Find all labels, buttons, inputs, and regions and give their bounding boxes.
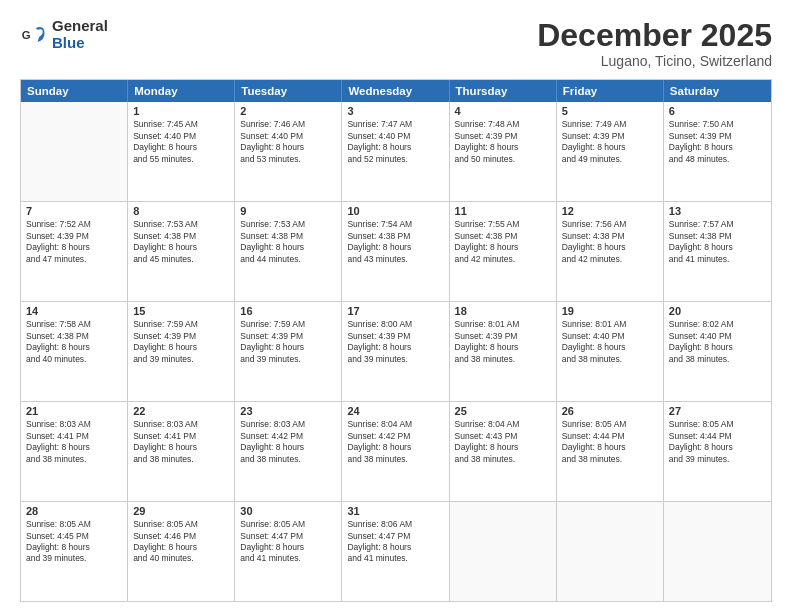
day-number: 22: [133, 405, 229, 417]
day-number: 29: [133, 505, 229, 517]
svg-text:G: G: [22, 28, 31, 40]
header-cell-friday: Friday: [557, 80, 664, 102]
day-number: 31: [347, 505, 443, 517]
day-number: 18: [455, 305, 551, 317]
day-number: 6: [669, 105, 766, 117]
logo: G General Blue: [20, 18, 108, 51]
cell-daylight-text: Sunrise: 8:01 AM Sunset: 4:40 PM Dayligh…: [562, 319, 658, 365]
cell-daylight-text: Sunrise: 8:05 AM Sunset: 4:44 PM Dayligh…: [562, 419, 658, 465]
calendar-cell: 16Sunrise: 7:59 AM Sunset: 4:39 PM Dayli…: [235, 302, 342, 401]
cell-daylight-text: Sunrise: 8:03 AM Sunset: 4:42 PM Dayligh…: [240, 419, 336, 465]
day-number: 25: [455, 405, 551, 417]
day-number: 1: [133, 105, 229, 117]
day-number: 21: [26, 405, 122, 417]
calendar-row: 1Sunrise: 7:45 AM Sunset: 4:40 PM Daylig…: [21, 102, 771, 202]
header-cell-monday: Monday: [128, 80, 235, 102]
day-number: 13: [669, 205, 766, 217]
cell-daylight-text: Sunrise: 7:48 AM Sunset: 4:39 PM Dayligh…: [455, 119, 551, 165]
calendar-row: 28Sunrise: 8:05 AM Sunset: 4:45 PM Dayli…: [21, 502, 771, 601]
day-number: 16: [240, 305, 336, 317]
calendar-cell: 11Sunrise: 7:55 AM Sunset: 4:38 PM Dayli…: [450, 202, 557, 301]
calendar-cell: 12Sunrise: 7:56 AM Sunset: 4:38 PM Dayli…: [557, 202, 664, 301]
day-number: 2: [240, 105, 336, 117]
calendar-cell: [450, 502, 557, 601]
day-number: 4: [455, 105, 551, 117]
day-number: 3: [347, 105, 443, 117]
calendar-cell: 29Sunrise: 8:05 AM Sunset: 4:46 PM Dayli…: [128, 502, 235, 601]
calendar-cell: 2Sunrise: 7:46 AM Sunset: 4:40 PM Daylig…: [235, 102, 342, 201]
calendar-cell: 13Sunrise: 7:57 AM Sunset: 4:38 PM Dayli…: [664, 202, 771, 301]
cell-daylight-text: Sunrise: 7:45 AM Sunset: 4:40 PM Dayligh…: [133, 119, 229, 165]
day-number: 28: [26, 505, 122, 517]
day-number: 11: [455, 205, 551, 217]
header-cell-sunday: Sunday: [21, 80, 128, 102]
cell-daylight-text: Sunrise: 8:04 AM Sunset: 4:43 PM Dayligh…: [455, 419, 551, 465]
title-block: December 2025 Lugano, Ticino, Switzerlan…: [537, 18, 772, 69]
calendar-cell: 18Sunrise: 8:01 AM Sunset: 4:39 PM Dayli…: [450, 302, 557, 401]
calendar-cell: 6Sunrise: 7:50 AM Sunset: 4:39 PM Daylig…: [664, 102, 771, 201]
cell-daylight-text: Sunrise: 7:52 AM Sunset: 4:39 PM Dayligh…: [26, 219, 122, 265]
header-cell-thursday: Thursday: [450, 80, 557, 102]
logo-general-text: General: [52, 18, 108, 35]
calendar-cell: 10Sunrise: 7:54 AM Sunset: 4:38 PM Dayli…: [342, 202, 449, 301]
calendar-cell: [557, 502, 664, 601]
day-number: 24: [347, 405, 443, 417]
calendar-cell: 7Sunrise: 7:52 AM Sunset: 4:39 PM Daylig…: [21, 202, 128, 301]
calendar-cell: 1Sunrise: 7:45 AM Sunset: 4:40 PM Daylig…: [128, 102, 235, 201]
logo-blue-text: Blue: [52, 35, 108, 52]
day-number: 5: [562, 105, 658, 117]
cell-daylight-text: Sunrise: 7:58 AM Sunset: 4:38 PM Dayligh…: [26, 319, 122, 365]
calendar-cell: 24Sunrise: 8:04 AM Sunset: 4:42 PM Dayli…: [342, 402, 449, 501]
calendar-cell: 27Sunrise: 8:05 AM Sunset: 4:44 PM Dayli…: [664, 402, 771, 501]
day-number: 17: [347, 305, 443, 317]
calendar-cell: 5Sunrise: 7:49 AM Sunset: 4:39 PM Daylig…: [557, 102, 664, 201]
calendar-cell: 8Sunrise: 7:53 AM Sunset: 4:38 PM Daylig…: [128, 202, 235, 301]
cell-daylight-text: Sunrise: 7:55 AM Sunset: 4:38 PM Dayligh…: [455, 219, 551, 265]
calendar-cell: 26Sunrise: 8:05 AM Sunset: 4:44 PM Dayli…: [557, 402, 664, 501]
calendar-cell: 23Sunrise: 8:03 AM Sunset: 4:42 PM Dayli…: [235, 402, 342, 501]
day-number: 12: [562, 205, 658, 217]
calendar-cell: 4Sunrise: 7:48 AM Sunset: 4:39 PM Daylig…: [450, 102, 557, 201]
month-title: December 2025: [537, 18, 772, 53]
header-cell-tuesday: Tuesday: [235, 80, 342, 102]
cell-daylight-text: Sunrise: 7:46 AM Sunset: 4:40 PM Dayligh…: [240, 119, 336, 165]
day-number: 9: [240, 205, 336, 217]
calendar-body: 1Sunrise: 7:45 AM Sunset: 4:40 PM Daylig…: [21, 102, 771, 601]
calendar-cell: 20Sunrise: 8:02 AM Sunset: 4:40 PM Dayli…: [664, 302, 771, 401]
cell-daylight-text: Sunrise: 8:06 AM Sunset: 4:47 PM Dayligh…: [347, 519, 443, 565]
day-number: 10: [347, 205, 443, 217]
day-number: 27: [669, 405, 766, 417]
cell-daylight-text: Sunrise: 8:05 AM Sunset: 4:45 PM Dayligh…: [26, 519, 122, 565]
calendar-row: 14Sunrise: 7:58 AM Sunset: 4:38 PM Dayli…: [21, 302, 771, 402]
day-number: 8: [133, 205, 229, 217]
logo-icon: G: [20, 21, 48, 49]
calendar-row: 7Sunrise: 7:52 AM Sunset: 4:39 PM Daylig…: [21, 202, 771, 302]
day-number: 15: [133, 305, 229, 317]
cell-daylight-text: Sunrise: 7:56 AM Sunset: 4:38 PM Dayligh…: [562, 219, 658, 265]
cell-daylight-text: Sunrise: 7:53 AM Sunset: 4:38 PM Dayligh…: [240, 219, 336, 265]
location-subtitle: Lugano, Ticino, Switzerland: [537, 53, 772, 69]
cell-daylight-text: Sunrise: 7:54 AM Sunset: 4:38 PM Dayligh…: [347, 219, 443, 265]
calendar-cell: 21Sunrise: 8:03 AM Sunset: 4:41 PM Dayli…: [21, 402, 128, 501]
calendar-cell: 14Sunrise: 7:58 AM Sunset: 4:38 PM Dayli…: [21, 302, 128, 401]
calendar-cell: 31Sunrise: 8:06 AM Sunset: 4:47 PM Dayli…: [342, 502, 449, 601]
cell-daylight-text: Sunrise: 7:49 AM Sunset: 4:39 PM Dayligh…: [562, 119, 658, 165]
calendar-header: SundayMondayTuesdayWednesdayThursdayFrid…: [21, 80, 771, 102]
cell-daylight-text: Sunrise: 8:05 AM Sunset: 4:47 PM Dayligh…: [240, 519, 336, 565]
cell-daylight-text: Sunrise: 8:02 AM Sunset: 4:40 PM Dayligh…: [669, 319, 766, 365]
calendar-cell: 3Sunrise: 7:47 AM Sunset: 4:40 PM Daylig…: [342, 102, 449, 201]
calendar-cell: [21, 102, 128, 201]
calendar-cell: 22Sunrise: 8:03 AM Sunset: 4:41 PM Dayli…: [128, 402, 235, 501]
cell-daylight-text: Sunrise: 8:04 AM Sunset: 4:42 PM Dayligh…: [347, 419, 443, 465]
cell-daylight-text: Sunrise: 7:59 AM Sunset: 4:39 PM Dayligh…: [133, 319, 229, 365]
day-number: 7: [26, 205, 122, 217]
cell-daylight-text: Sunrise: 7:47 AM Sunset: 4:40 PM Dayligh…: [347, 119, 443, 165]
cell-daylight-text: Sunrise: 8:03 AM Sunset: 4:41 PM Dayligh…: [26, 419, 122, 465]
calendar-cell: 30Sunrise: 8:05 AM Sunset: 4:47 PM Dayli…: [235, 502, 342, 601]
cell-daylight-text: Sunrise: 8:05 AM Sunset: 4:46 PM Dayligh…: [133, 519, 229, 565]
calendar-cell: 28Sunrise: 8:05 AM Sunset: 4:45 PM Dayli…: [21, 502, 128, 601]
calendar: SundayMondayTuesdayWednesdayThursdayFrid…: [20, 79, 772, 602]
day-number: 26: [562, 405, 658, 417]
calendar-cell: [664, 502, 771, 601]
calendar-row: 21Sunrise: 8:03 AM Sunset: 4:41 PM Dayli…: [21, 402, 771, 502]
